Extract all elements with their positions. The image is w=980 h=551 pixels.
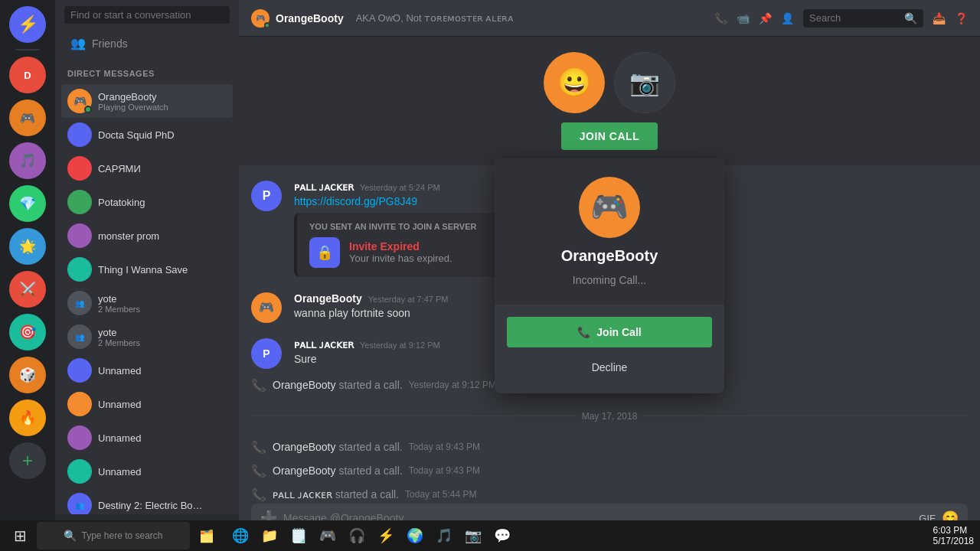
dm-name-7: yote (98, 293, 140, 305)
taskbar-app-4[interactable]: 🎮 (314, 522, 341, 549)
dm-item-unnamed1[interactable]: Unnamed (61, 354, 233, 387)
dm-info-8: yote 2 Members (98, 327, 140, 347)
search-input[interactable] (64, 6, 230, 24)
dm-item-docta[interactable]: Docta Squid PhD (61, 118, 233, 152)
modal-overlay: 🎮 OrangeBooty Incoming Call... 📞 Join Ca… (239, 0, 980, 551)
dm-name-4: Potatoking (98, 197, 145, 208)
taskbar-app-discord[interactable]: ⚡ (372, 522, 400, 549)
dm-status: Playing Overwatch (98, 103, 168, 112)
dm-item-orangebooty[interactable]: 🎮 OrangeBooty Playing Overwatch (61, 84, 233, 118)
dm-avatar-9 (67, 358, 92, 383)
dm-name: OrangeBooty (98, 91, 168, 103)
dm-item-destiny[interactable]: 👥 Destiny 2: Electric Boog... (61, 488, 233, 514)
taskbar-app-5[interactable]: 🎧 (343, 522, 371, 549)
taskbar-app-1[interactable]: 🌐 (227, 522, 254, 549)
task-view-button[interactable]: 🗂️ (193, 522, 220, 549)
dm-name-9: Unnamed (98, 365, 141, 377)
dm-item-thing[interactable]: Thing I Wanna Save (61, 253, 233, 286)
server-icon-5[interactable]: 🌟 (9, 228, 46, 265)
dm-item-potatoking[interactable]: Potatoking (61, 185, 233, 219)
modal-avatar-section: 🎮 OrangeBooty Incoming Call... (495, 158, 724, 305)
dm-name-6: Thing I Wanna Save (98, 264, 188, 276)
server-icon-1[interactable]: D (9, 57, 46, 93)
dm-info-13: Destiny 2: Electric Boog... (98, 500, 205, 511)
add-server-button[interactable]: + (9, 442, 46, 479)
dm-avatar-wrap-3 (67, 156, 92, 181)
dm-info-12: Unnamed (98, 466, 141, 478)
server-icon-6[interactable]: ⚔️ (9, 271, 46, 308)
modal-caller-name: OrangeBooty (561, 247, 658, 265)
cortana-search[interactable]: 🔍 Type here to search (37, 522, 190, 549)
content-area: 🎮 OrangeBooty AKA OwO, Not ᴛᴏʀᴇᴍᴏsᴛᴇʀ ᴀʟ… (239, 0, 980, 551)
channel-sidebar: 👥 Friends DIRECT MESSAGES 🎮 OrangeBooty (55, 0, 239, 551)
start-button[interactable]: ⊞ (6, 522, 34, 549)
dm-avatar-2 (67, 122, 92, 147)
modal-caller-avatar: 🎮 (579, 177, 640, 238)
dm-info-4: Potatoking (98, 197, 145, 208)
dm-name-3: САРЯМИ (98, 163, 141, 174)
dm-avatar-7: 👥 (67, 291, 92, 315)
dm-status-8: 2 Members (98, 338, 140, 347)
taskbar-app-3[interactable]: 🗒️ (285, 522, 312, 549)
dm-name-12: Unnamed (98, 466, 141, 478)
dm-info-10: Unnamed (98, 399, 141, 410)
dm-name-10: Unnamed (98, 399, 141, 410)
channel-search-area (55, 0, 239, 30)
dm-avatar-13: 👥 (67, 493, 92, 514)
dm-item-unnamed3[interactable]: Unnamed (61, 421, 233, 455)
dm-avatar-6 (67, 257, 92, 282)
taskbar-app-10[interactable]: 💬 (488, 522, 516, 549)
taskbar-tray: 6:03 PM 5/17/2018 (933, 525, 974, 546)
dm-info-7: yote 2 Members (98, 293, 140, 314)
modal-decline-button[interactable]: Decline (507, 354, 712, 381)
dm-item-unnamed4[interactable]: Unnamed (61, 455, 233, 488)
friends-icon: 👥 (70, 36, 86, 51)
dm-item-yote2[interactable]: 👥 yote 2 Members (61, 320, 233, 354)
taskbar-apps: 🌐 📁 🗒️ 🎮 🎧 ⚡ 🌍 🎵 📷 💬 (227, 522, 516, 549)
dm-item-monster[interactable]: monster prom (61, 219, 233, 253)
taskbar: ⊞ 🔍 Type here to search 🗂️ 🌐 📁 🗒️ 🎮 🎧 ⚡ … (0, 520, 980, 551)
dm-avatar-wrap-7: 👥 (67, 291, 92, 315)
dm-avatar-4 (67, 190, 92, 214)
dm-avatar-wrap-5 (67, 223, 92, 248)
modal-join-button[interactable]: 📞 Join Call (507, 317, 712, 347)
dm-avatar-wrap-6 (67, 257, 92, 282)
main-area: 👥 Friends DIRECT MESSAGES 🎮 OrangeBooty (55, 0, 980, 551)
taskbar-app-7[interactable]: 🌍 (401, 522, 429, 549)
modal-actions: 📞 Join Call Decline (495, 305, 724, 393)
dm-item-sarami[interactable]: САРЯМИ (61, 152, 233, 185)
dm-name-13: Destiny 2: Electric Boog... (98, 500, 205, 511)
dm-name-5: monster prom (98, 230, 159, 242)
friends-label: Friends (92, 37, 128, 50)
server-icon-2[interactable]: 🎮 (9, 99, 46, 136)
dm-list: 🎮 OrangeBooty Playing Overwatch Docta Sq… (55, 81, 239, 514)
dm-info-11: Unnamed (98, 432, 141, 444)
incoming-call-modal: 🎮 OrangeBooty Incoming Call... 📞 Join Ca… (495, 158, 724, 393)
dm-item-unnamed2[interactable]: Unnamed (61, 387, 233, 421)
dm-info-3: САРЯМИ (98, 163, 141, 174)
dm-info: OrangeBooty Playing Overwatch (98, 91, 168, 112)
dm-avatar-5 (67, 223, 92, 248)
taskbar-app-9[interactable]: 📷 (459, 522, 487, 549)
server-icon-3[interactable]: 🎵 (9, 142, 46, 179)
friends-nav-item[interactable]: 👥 Friends (61, 30, 233, 57)
dm-name-2: Docta Squid PhD (98, 129, 175, 141)
app-container: ⚡ D 🎮 🎵 💎 🌟 ⚔️ 🎯 🎲 🔥 + (0, 0, 980, 551)
taskbar-app-8[interactable]: 🎵 (430, 522, 458, 549)
server-sidebar: ⚡ D 🎮 🎵 💎 🌟 ⚔️ 🎯 🎲 🔥 + (0, 0, 55, 551)
taskbar-app-2[interactable]: 📁 (256, 522, 283, 549)
taskbar-time: 6:03 PM 5/17/2018 (933, 525, 974, 546)
server-icon-9[interactable]: 🔥 (9, 399, 46, 436)
server-icon-4[interactable]: 💎 (9, 185, 46, 222)
dm-item-yote1[interactable]: 👥 yote 2 Members (61, 286, 233, 320)
dm-avatar-wrap: 🎮 (67, 89, 92, 113)
phone-icon-modal: 📞 (577, 326, 590, 338)
dm-avatar-wrap-8: 👥 (67, 324, 92, 349)
discord-logo[interactable]: ⚡ (9, 6, 46, 43)
dm-status-7: 2 Members (98, 305, 140, 314)
online-indicator (84, 106, 92, 113)
server-icon-7[interactable]: 🎯 (9, 314, 46, 350)
server-icon-8[interactable]: 🎲 (9, 357, 46, 393)
dm-avatar-wrap-4 (67, 190, 92, 214)
dm-avatar-3 (67, 156, 92, 181)
